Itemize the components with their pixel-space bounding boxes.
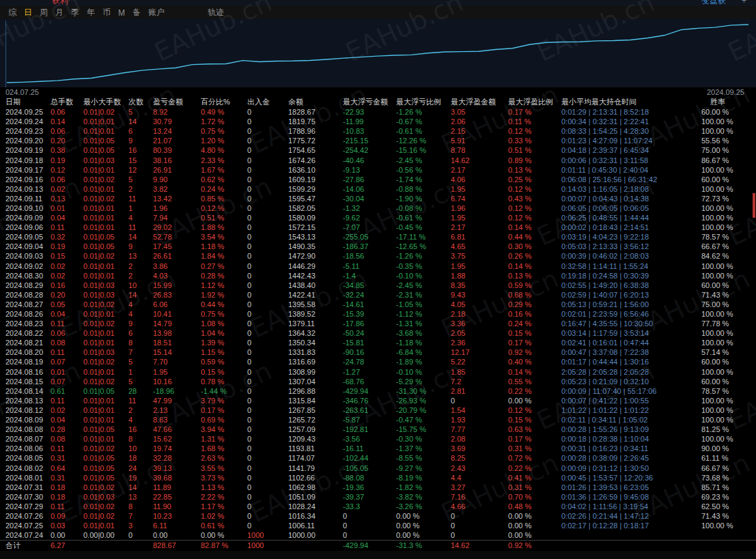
cell-hold-time: 0:00:45 | 1:53:57 | 12:20:36 — [561, 473, 701, 483]
table-row[interactable]: 2024.07.240.000.00|0.0000.000.00 %100010… — [0, 530, 756, 540]
cell-max-dd: -90.16 — [343, 347, 396, 357]
cell-balance: 1599.29 — [288, 184, 343, 194]
table-row[interactable]: 2024.09.110.130.01|0.021113.420.85 %0159… — [0, 194, 756, 203]
cell-max-fp: 0 — [451, 530, 508, 540]
cell-minmax: 0.01|0.02 — [83, 194, 128, 203]
scrollbar-thumb[interactable] — [753, 193, 755, 218]
menu-item-10[interactable]: 账户 — [148, 7, 165, 18]
cell-pct: 0.61 % — [201, 521, 247, 530]
cell-date: 2024.09.03 — [0, 251, 51, 261]
table-row[interactable]: 2024.09.240.140.01|0.011430.791.72 %0181… — [0, 117, 756, 126]
cell-balance: 1102.66 — [288, 473, 343, 483]
table-row[interactable]: 2024.09.040.190.01|0.05917.451.18 %01490… — [0, 242, 756, 251]
bottom-strip — [0, 551, 756, 559]
table-row[interactable]: 2024.08.120.020.01|0.0122.130.17 %01267.… — [0, 405, 756, 415]
table-row[interactable]: 2024.07.300.180.01|0.031322.852.22 %0105… — [0, 492, 756, 502]
cell-balance: 1267.85 — [288, 405, 343, 415]
table-row[interactable]: 2024.07.250.030.01|0.0136.110.61 %01006.… — [0, 521, 756, 530]
menu-item-8[interactable]: M — [118, 8, 125, 18]
cell-max-fp: 7.16 — [451, 492, 508, 502]
table-row[interactable]: 2024.08.210.080.01|0.01818.511.39 %01350… — [0, 338, 756, 347]
table-row[interactable]: 2024.08.220.060.01|0.01613.981.04 %01364… — [0, 328, 756, 338]
table-row[interactable]: 2024.09.190.380.01|0.051680.394.80 %0175… — [0, 145, 756, 155]
table-row[interactable]: 2024.08.060.110.01|0.021019.741.68 %0119… — [0, 444, 756, 453]
table-row[interactable]: 2024.09.060.110.01|0.011129.021.88 %0157… — [0, 223, 756, 232]
cell-minmax: 0.01|0.02 — [83, 251, 128, 261]
cell-lots: 0.05 — [51, 300, 83, 309]
table-row[interactable]: 2024.08.290.160.01|0.031015.991.12 %0143… — [0, 281, 756, 290]
cell-pl: 9.90 — [153, 175, 201, 184]
table-row[interactable]: 2024.09.020.020.01|0.0123.860.27 %01446.… — [0, 261, 756, 271]
cell-hold-time: 0:05:23 | 0:21:09 | 0:32:10 — [561, 377, 701, 386]
table-row[interactable]: 2024.08.140.610.01|0.0528-18.96-1.44 %01… — [0, 386, 756, 396]
cell-max-fp-pct: 0.41 % — [508, 473, 561, 483]
menu-item-3[interactable]: 周 — [40, 7, 48, 18]
vertical-scrollbar[interactable] — [751, 19, 756, 551]
titlebar-right-text[interactable]: 变盘获 — [701, 0, 726, 6]
table-header: 日期总手数最小大手数次数盈亏金额百分比%出入金余额最大浮亏金额最大浮亏比例最大浮… — [0, 97, 756, 107]
menu-item-trail[interactable]: 轨迹 — [208, 7, 224, 18]
table-row[interactable]: 2024.07.310.180.01|0.021411.891.13 %0106… — [0, 483, 756, 492]
table-row[interactable]: 2024.09.050.320.01|0.051452.783.54 %0154… — [0, 232, 756, 242]
menu-item-1[interactable]: 综 — [8, 7, 16, 18]
cell-minmax: 0.01|0.02 — [83, 319, 128, 328]
table-row[interactable]: 2024.09.160.060.01|0.0259.900.62 %01609.… — [0, 175, 756, 184]
table-total-row[interactable]: 合计6.27828.6782.87 %1000-429.94-31.3 %14.… — [0, 540, 756, 551]
table-row[interactable]: 2024.08.080.280.01|0.051647.663.94 %0125… — [0, 425, 756, 434]
table-row[interactable]: 2024.09.200.200.01|0.05921.071.20 %01775… — [0, 136, 756, 145]
table-row[interactable]: 2024.09.090.040.01|0.0147.940.51 %01580.… — [0, 213, 756, 223]
table-row[interactable]: 2024.08.260.040.01|0.01410.410.75 %01389… — [0, 309, 756, 319]
menu-item-9[interactable]: 备 — [132, 7, 141, 18]
table-row[interactable]: 2024.09.030.150.01|0.021326.611.84 %0147… — [0, 251, 756, 261]
table-row[interactable]: 2024.07.260.090.01|0.02710.231.02 %01016… — [0, 511, 756, 521]
menu-item-4[interactable]: 月 — [55, 7, 64, 18]
cell-minmax: 0.01|0.02 — [83, 444, 128, 453]
table-row[interactable]: 2024.08.070.080.01|0.01815.621.31 %01209… — [0, 434, 756, 444]
menu-item-7[interactable]: 币 — [102, 7, 111, 18]
table-row[interactable]: 2024.07.290.110.01|0.02811.901.17 %01028… — [0, 502, 756, 511]
table-row[interactable]: 2024.08.200.110.01|0.03715.141.15 %01331… — [0, 347, 756, 357]
table-row[interactable]: 2024.08.050.310.01|0.051832.282.63 %0117… — [0, 453, 756, 463]
cell-inout: 0 — [247, 261, 288, 271]
cell-count: 10 — [128, 444, 153, 453]
menu-item-2[interactable]: 日 — [24, 7, 32, 18]
table-row[interactable]: 2024.08.280.200.01|0.031426.831.92 %0142… — [0, 290, 756, 300]
table-row[interactable]: 2024.08.130.110.01|0.011147.993.79 %0131… — [0, 396, 756, 405]
cell-lots: 0.11 — [51, 444, 83, 453]
cell-max-fp: 3.36 — [451, 319, 508, 328]
cell-date: 2024.08.07 — [0, 434, 51, 444]
cell-inout: 0 — [247, 511, 288, 521]
cell-max-dd: -24.78 — [343, 357, 396, 367]
table-row[interactable]: 2024.08.230.110.01|0.02914.791.08 %01379… — [0, 319, 756, 328]
table-row[interactable]: 2024.08.020.640.01|0.052439.133.55 %0114… — [0, 463, 756, 472]
cell-max-dd-pct: -0.61 % — [396, 213, 451, 223]
table-row[interactable]: 2024.08.270.050.01|0.0246.060.44 %01395.… — [0, 300, 756, 309]
table-row[interactable]: 2024.08.190.070.01|0.0257.700.59 %01316.… — [0, 357, 756, 367]
menu-item-6[interactable]: 年 — [87, 7, 95, 18]
cell-count: 9 — [128, 242, 153, 251]
table-row[interactable]: 2024.09.100.010.01|0.0111.960.12 %01582.… — [0, 203, 756, 213]
cell-lots: 0.09 — [51, 511, 83, 521]
table-row[interactable]: 2024.08.090.040.01|0.0148.630.69 %01265.… — [0, 415, 756, 425]
table-row[interactable]: 2024.09.230.060.01|0.01613.240.75 %01788… — [0, 126, 756, 136]
cell-max-dd-pct: -0.10 % — [396, 367, 451, 377]
cell-pct: 0.15 % — [201, 367, 247, 377]
table-row[interactable]: 2024.08.300.020.01|0.0124.030.28 %01442.… — [0, 271, 756, 281]
table-row[interactable]: 2024.09.170.120.01|0.011226.911.67 %0163… — [0, 165, 756, 175]
cell-balance: 1315.84 — [288, 396, 343, 405]
cell-inout: 0 — [247, 242, 288, 251]
cell-pl: 11.89 — [153, 483, 201, 492]
add-tab-icon[interactable]: + — [742, 0, 746, 5]
table-row[interactable]: 2024.08.010.310.01|0.051939.683.73 %0110… — [0, 473, 756, 483]
cell-count: 4 — [128, 300, 153, 309]
menu-item-5[interactable]: 季 — [71, 7, 79, 18]
table-row[interactable]: 2024.09.130.020.01|0.0123.820.24 %01599.… — [0, 184, 756, 194]
cell-date: 2024.07.26 — [0, 511, 51, 521]
table-row[interactable]: 2024.08.150.070.01|0.02510.160.78 %01307… — [0, 377, 756, 386]
cell-pct: 3.94 % — [201, 425, 247, 434]
table-row[interactable]: 2024.09.180.190.01|0.031538.162.33 %0167… — [0, 155, 756, 164]
table-row[interactable]: 2024.08.160.010.01|0.0111.950.15 %01308.… — [0, 367, 756, 377]
cell-winrate: 100.00 % — [701, 223, 756, 232]
table-row[interactable]: 2024.09.250.060.01|0.0258.920.49 %01828.… — [0, 107, 756, 117]
cell-date: 2024.09.24 — [0, 117, 51, 126]
